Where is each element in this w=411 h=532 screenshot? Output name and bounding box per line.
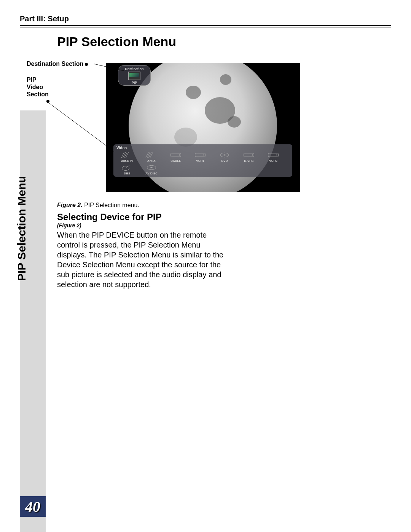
svg-point-18 bbox=[122, 166, 129, 170]
svg-line-23 bbox=[49, 103, 114, 152]
video-source-label: AV DISC bbox=[145, 172, 158, 175]
svg-line-4 bbox=[146, 152, 149, 158]
side-tab-label: PIP Selection Menu bbox=[15, 152, 28, 305]
annotation-destination: Destination Section bbox=[27, 60, 88, 67]
svg-line-0 bbox=[121, 152, 124, 158]
video-source-label: CABLE bbox=[170, 159, 181, 163]
rule-thick bbox=[20, 25, 391, 26]
callout-dot-icon bbox=[46, 100, 49, 103]
part-label: Part III: Setup bbox=[20, 14, 391, 23]
page-header: Part III: Setup bbox=[20, 14, 391, 27]
svg-line-19 bbox=[126, 165, 129, 168]
svg-line-5 bbox=[147, 152, 150, 158]
pip-label: PIP bbox=[132, 81, 137, 85]
video-source-cable[interactable]: CABLE bbox=[165, 151, 186, 163]
video-source-ant-a[interactable]: Ant-A bbox=[141, 151, 162, 163]
svg-line-3 bbox=[126, 152, 129, 158]
figure-caption: Figure 2. PIP Selection menu. bbox=[57, 202, 139, 209]
video-source-ant-dtv[interactable]: Ant-DTV bbox=[116, 151, 138, 163]
video-source-av-disc[interactable]: AV DISC bbox=[141, 163, 162, 175]
video-source-label: VCR2 bbox=[269, 159, 277, 163]
video-source-dbs[interactable]: DBS bbox=[116, 163, 138, 175]
svg-point-13 bbox=[223, 155, 226, 156]
device-icon bbox=[144, 151, 159, 159]
svg-point-9 bbox=[179, 155, 180, 156]
video-panel-title: Video bbox=[116, 146, 289, 150]
figure-screenshot: Destination PIP Video Ant-DTVAnt-ACABLEV… bbox=[106, 63, 300, 192]
destination-panel-title: Destination bbox=[125, 67, 143, 71]
page-title: PIP Selection Menu bbox=[57, 34, 176, 49]
svg-line-2 bbox=[124, 152, 127, 158]
video-panel: Video Ant-DTVAnt-ACABLEVCR1DVDD-VHSVCR2 … bbox=[113, 144, 292, 177]
svg-point-17 bbox=[276, 155, 277, 156]
svg-point-21 bbox=[150, 167, 153, 168]
figure-caption-label: Figure 2. bbox=[57, 202, 83, 208]
device-icon bbox=[144, 163, 159, 172]
video-source-dvd[interactable]: DVD bbox=[214, 151, 235, 163]
device-icon bbox=[217, 151, 232, 159]
video-source-vcr2[interactable]: VCR2 bbox=[263, 151, 284, 163]
video-row-1: Ant-DTVAnt-ACABLEVCR1DVDD-VHSVCR2 bbox=[116, 151, 289, 163]
video-row-2: DBSAV DISC bbox=[116, 163, 289, 175]
device-icon bbox=[266, 151, 281, 159]
rule-thin bbox=[20, 27, 391, 27]
device-icon bbox=[119, 163, 135, 172]
figure-caption-text: PIP Selection menu. bbox=[84, 202, 139, 208]
device-icon bbox=[119, 151, 135, 159]
video-source-label: DBS bbox=[124, 172, 131, 175]
annotation-destination-text: Destination Section bbox=[27, 61, 83, 67]
section-figure-ref: (Figure 2) bbox=[57, 222, 81, 228]
annotation-pip-video: PIP Video Section bbox=[27, 76, 61, 98]
video-source-vcr1[interactable]: VCR1 bbox=[190, 151, 211, 163]
video-source-label: Ant-A bbox=[147, 159, 156, 163]
video-source-label: D-VHS bbox=[244, 159, 254, 163]
device-icon bbox=[168, 151, 183, 159]
annotation-pip-video-text: PIP Video Section bbox=[27, 77, 49, 97]
video-source-label: VCR1 bbox=[196, 159, 204, 163]
svg-line-6 bbox=[148, 152, 151, 158]
svg-point-15 bbox=[252, 155, 253, 156]
section-heading: Selecting Device for PIP bbox=[57, 212, 162, 222]
callout-dot-icon bbox=[85, 63, 88, 66]
svg-point-11 bbox=[203, 155, 204, 156]
video-source-label: Ant-DTV bbox=[121, 159, 133, 163]
section-body: When the PIP DEVICE button on the remote… bbox=[57, 230, 225, 289]
page-number-badge: 40 bbox=[20, 496, 46, 517]
device-icon bbox=[241, 151, 256, 159]
tv-icon bbox=[128, 72, 140, 80]
svg-line-7 bbox=[150, 152, 153, 158]
video-source-label: DVD bbox=[221, 159, 228, 163]
svg-line-1 bbox=[123, 152, 126, 158]
destination-panel: Destination PIP bbox=[118, 65, 151, 86]
video-source-d-vhs[interactable]: D-VHS bbox=[238, 151, 260, 163]
device-icon bbox=[193, 151, 208, 159]
